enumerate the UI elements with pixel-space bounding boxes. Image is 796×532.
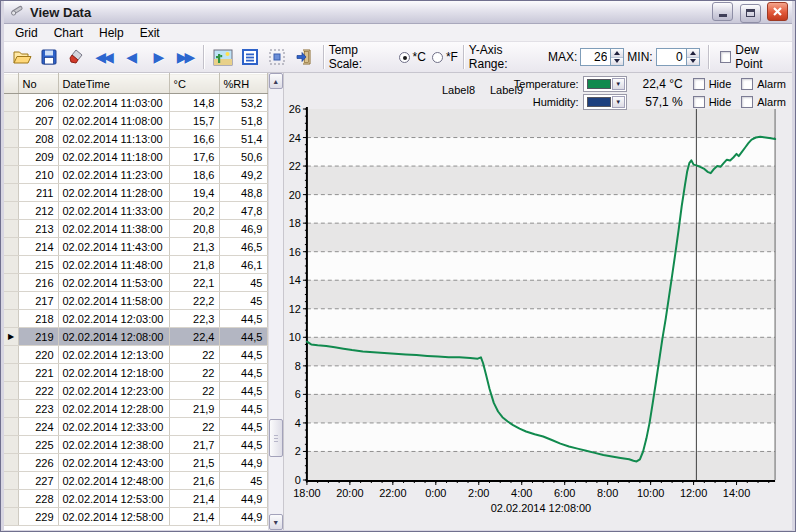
titlebar[interactable]: View Data (4, 1, 792, 24)
cell-rh[interactable]: 44,5 (219, 418, 267, 436)
previous-record-button[interactable]: ◀ (118, 45, 143, 70)
cell-datetime[interactable]: 02.02.2014 11:13:00 (58, 130, 169, 148)
max-spin-down-button[interactable] (611, 57, 623, 66)
cell-datetime[interactable]: 02.02.2014 11:18:00 (58, 148, 169, 166)
cell-datetime[interactable]: 02.02.2014 12:18:00 (58, 364, 169, 382)
cell-no[interactable]: 217 (18, 292, 58, 310)
cell-rh[interactable]: 46,9 (219, 220, 267, 238)
grid-vertical-scrollbar[interactable]: ▲ ▼ (268, 73, 284, 530)
cell-rh[interactable]: 46,1 (219, 256, 267, 274)
cell-datetime[interactable]: 02.02.2014 11:58:00 (58, 292, 169, 310)
row-indicator[interactable] (4, 418, 18, 436)
clear-button[interactable] (63, 45, 88, 70)
row-indicator[interactable] (4, 436, 18, 454)
next-record-button[interactable]: ▶ (145, 45, 170, 70)
cell-rh[interactable]: 44,9 (219, 454, 267, 472)
cell-temp[interactable]: 22,2 (169, 292, 219, 310)
cell-datetime[interactable]: 02.02.2014 12:38:00 (58, 436, 169, 454)
cell-rh[interactable]: 45 (219, 274, 267, 292)
cell-no[interactable]: 213 (18, 220, 58, 238)
cell-rh[interactable]: 53,2 (219, 94, 267, 112)
cell-datetime[interactable]: 02.02.2014 12:08:00 (58, 328, 169, 346)
cell-rh[interactable]: 44,9 (219, 508, 267, 526)
scrollbar-track[interactable] (269, 89, 284, 514)
cell-no[interactable]: 212 (18, 202, 58, 220)
select-region-button[interactable] (264, 45, 289, 70)
cell-datetime[interactable]: 02.02.2014 11:53:00 (58, 274, 169, 292)
cell-temp[interactable]: 19,4 (169, 184, 219, 202)
row-indicator[interactable] (4, 454, 18, 472)
cell-rh[interactable]: 45 (219, 292, 267, 310)
row-indicator[interactable] (4, 148, 18, 166)
cell-no[interactable]: 206 (18, 94, 58, 112)
cell-temp[interactable]: 21,3 (169, 238, 219, 256)
min-spin-down-button[interactable] (687, 57, 699, 66)
cell-no[interactable]: 228 (18, 490, 58, 508)
fahrenheit-radio[interactable]: *F (432, 50, 458, 64)
scroll-down-button[interactable]: ▼ (269, 514, 284, 530)
cell-rh[interactable]: 44,5 (219, 364, 267, 382)
cell-no[interactable]: 216 (18, 274, 58, 292)
cell-rh[interactable]: 51,4 (219, 130, 267, 148)
max-spin-up-button[interactable] (611, 49, 623, 57)
cell-no[interactable]: 226 (18, 454, 58, 472)
cell-no[interactable]: 207 (18, 112, 58, 130)
cell-no[interactable]: 225 (18, 436, 58, 454)
cell-rh[interactable]: 47,8 (219, 202, 267, 220)
dew-point-checkbox[interactable]: Dew Point (720, 43, 788, 71)
cell-temp[interactable]: 21,9 (169, 400, 219, 418)
cell-no[interactable]: 229 (18, 508, 58, 526)
row-indicator[interactable] (4, 112, 18, 130)
cell-temp[interactable]: 17,6 (169, 148, 219, 166)
cell-datetime[interactable]: 02.02.2014 11:23:00 (58, 166, 169, 184)
cell-temp[interactable]: 22,4 (169, 328, 219, 346)
temperature-chart[interactable]: 0246810121416182022242618:0020:0022:000:… (284, 73, 792, 530)
cell-datetime[interactable]: 02.02.2014 11:03:00 (58, 94, 169, 112)
humidity-alarm-checkbox[interactable]: Alarm (741, 96, 786, 108)
cell-no[interactable]: 208 (18, 130, 58, 148)
cell-datetime[interactable]: 02.02.2014 12:33:00 (58, 418, 169, 436)
menu-item-chart[interactable]: Chart (46, 25, 91, 41)
cell-rh[interactable]: 48,8 (219, 184, 267, 202)
cell-datetime[interactable]: 02.02.2014 12:58:00 (58, 508, 169, 526)
cell-rh[interactable]: 50,6 (219, 148, 267, 166)
row-indicator[interactable] (4, 364, 18, 382)
cell-temp[interactable]: 22 (169, 346, 219, 364)
row-indicator[interactable] (4, 472, 18, 490)
row-indicator[interactable] (4, 274, 18, 292)
cell-temp[interactable]: 16,6 (169, 130, 219, 148)
cell-temp[interactable]: 22 (169, 364, 219, 382)
row-indicator[interactable] (4, 310, 18, 328)
cell-rh[interactable]: 51,8 (219, 112, 267, 130)
cell-datetime[interactable]: 02.02.2014 12:03:00 (58, 310, 169, 328)
cell-datetime[interactable]: 02.02.2014 12:13:00 (58, 346, 169, 364)
cell-datetime[interactable]: 02.02.2014 12:48:00 (58, 472, 169, 490)
row-indicator[interactable] (4, 130, 18, 148)
cell-no[interactable]: 218 (18, 310, 58, 328)
row-indicator[interactable] (4, 382, 18, 400)
temperature-color-dropdown[interactable]: ▼ (583, 76, 627, 92)
cell-rh[interactable]: 49,2 (219, 166, 267, 184)
cell-temp[interactable]: 21,6 (169, 472, 219, 490)
cell-temp[interactable]: 22 (169, 418, 219, 436)
row-indicator[interactable] (4, 220, 18, 238)
cell-no[interactable]: 219 (18, 328, 58, 346)
humidity-hide-checkbox[interactable]: Hide (693, 96, 732, 108)
chart-image-button[interactable] (210, 45, 235, 70)
cell-temp[interactable]: 20,2 (169, 202, 219, 220)
y-axis-max-input[interactable] (580, 48, 610, 66)
cell-temp[interactable]: 21,5 (169, 454, 219, 472)
row-indicator[interactable] (4, 508, 18, 526)
menu-item-exit[interactable]: Exit (132, 25, 168, 41)
celsius-radio[interactable]: *C (399, 50, 426, 64)
cell-temp[interactable]: 22,1 (169, 274, 219, 292)
cell-no[interactable]: 224 (18, 418, 58, 436)
cell-rh[interactable]: 44,5 (219, 328, 267, 346)
cell-datetime[interactable]: 02.02.2014 11:38:00 (58, 220, 169, 238)
open-button[interactable] (9, 45, 34, 70)
cell-no[interactable]: 223 (18, 400, 58, 418)
cell-temp[interactable]: 22 (169, 382, 219, 400)
row-indicator[interactable] (4, 238, 18, 256)
row-indicator[interactable] (4, 292, 18, 310)
cell-rh[interactable]: 44,5 (219, 400, 267, 418)
